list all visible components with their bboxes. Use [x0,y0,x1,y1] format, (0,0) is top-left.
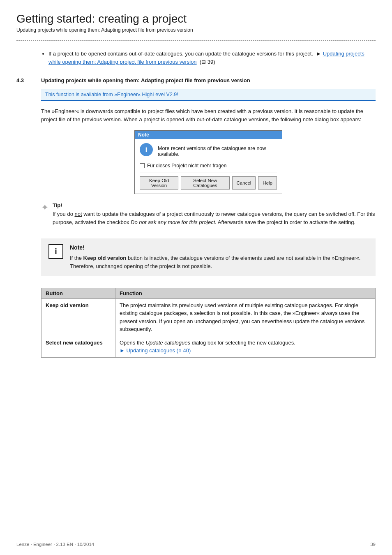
tip-text: If you do not want to update the catalog… [53,210,376,227]
dialog-checkbox-row: Für dieses Projekt nicht mehr fragen [140,163,277,169]
footer-left: Lenze · Engineer · 2.13 EN · 10/2014 [16,542,94,547]
note-box-title: Note! [70,244,368,251]
footer: Lenze · Engineer · 2.13 EN · 10/2014 39 [16,542,376,547]
function2-prefix: Opens the [120,340,146,346]
dialog-checkbox-label: Für dieses Projekt nicht mehr fragen [147,163,226,169]
dialog-body: i More recent versions of the catalogues… [135,139,282,194]
dialog-message-row: i More recent versions of the catalogues… [140,143,277,157]
dialog-message: More recent versions of the catalogues a… [158,143,277,157]
note-text1: If the [70,255,83,261]
table-row: Keep old version The project maintains i… [42,298,376,336]
select-new-catalogues-button[interactable]: Select New Catalogues [181,176,229,190]
section-header: 4.3 Updating projects while opening them… [16,77,376,83]
dialog-title-bar: Note [135,131,282,139]
bullet-text1: If a project to be opened contains out-o… [48,51,313,57]
note-box: i Note! If the Keep old version button i… [41,238,376,276]
keep-old-version-button[interactable]: Keep Old Version [140,176,178,190]
link-ref: (⊟ 39) [200,59,215,65]
table-cell-button-1: Keep old version [42,298,115,336]
section-title: Updating projects while opening them: Ad… [41,77,250,83]
cancel-button[interactable]: Cancel [232,176,256,190]
dialog-info-icon: i [140,143,153,156]
function2-middle: dialog box for selecting the new catalog… [190,340,295,346]
updating-catalogues-link[interactable]: ► Updating catalogues (⎏ 40) [120,347,191,354]
section-number: 4.3 [16,77,41,83]
availability-bar: This function is available from »Enginee… [41,89,376,101]
table-header-function: Function [115,288,376,298]
function2-italic: Update catalogues [146,340,190,346]
tip-section: ✦ Tip! If you do not want to update the … [41,202,376,227]
tip-icon: ✦ [41,203,48,212]
dialog-checkbox[interactable] [140,163,145,168]
table-header-button: Button [42,288,115,298]
tip-text-suffix: Afterwards save the project in order to … [217,219,355,225]
note-box-content: Note! If the Keep old version button is … [70,244,368,271]
table-cell-function-1: The project maintains its previously use… [115,298,376,336]
tip-label: Tip! [53,202,376,208]
section-divider [16,40,376,41]
bullet-item: If a project to be opened contains out-o… [48,50,376,66]
button-function-table: Button Function Keep old version The pro… [41,288,376,358]
body-paragraph: The »Engineer« is downwards compatible t… [41,107,376,124]
note-dialog: Note i More recent versions of the catal… [134,130,282,194]
dialog-buttons: Keep Old Version Select New Catalogues C… [140,173,277,190]
section-content: This function is available from »Enginee… [41,89,376,358]
table-cell-function-2: Opens the Update catalogues dialog box f… [115,336,376,357]
help-button[interactable]: Help [258,176,277,190]
table-row: Select new catalogues Opens the Update c… [42,336,376,357]
tip-text-underline: not [74,211,82,217]
footer-right: 39 [370,542,376,547]
note-bold-text: Keep old version [83,255,127,261]
note-box-icon: i [48,244,63,259]
table-header-row: Button Function [42,288,376,298]
bullet-section: If a project to be opened contains out-o… [41,50,376,66]
note-box-text: If the Keep old version button is inacti… [70,254,368,271]
tip-text-prefix: If you do [53,211,74,217]
page-subtitle: Updating projects while opening them: Ad… [16,27,376,33]
tip-content: Tip! If you do not want to update the ca… [53,202,376,227]
page-title: Getting started: creating a project [16,12,376,25]
tip-text-italic: Do not ask any more for this project. [131,219,217,225]
table-cell-button-2: Select new catalogues [42,336,115,357]
